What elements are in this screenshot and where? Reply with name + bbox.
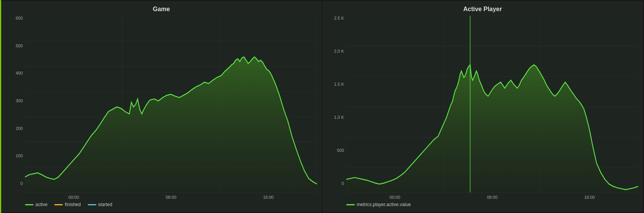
legend-line-metrics	[346, 204, 355, 205]
y-label-1000k: 1.0 K	[334, 115, 344, 120]
x-label-0000: 00:00	[69, 195, 79, 200]
active-player-chart-title: Active Player	[327, 6, 638, 13]
ap-x-label-0000: 00:00	[390, 195, 401, 200]
active-player-chart-panel: Active Player 2.5 K 2.0 K 1.5 K 1.0 K 50…	[323, 2, 642, 211]
y-label-100: 100	[16, 153, 23, 158]
game-chart-title: Game	[6, 6, 317, 13]
legend-line-finished	[54, 204, 63, 205]
left-accent-bar	[0, 0, 1, 213]
y-label-500: 500	[337, 148, 344, 153]
game-chart-panel: Game 600 500 400 300 200 100 0	[2, 2, 321, 211]
legend-line-started	[88, 204, 96, 205]
legend-line-active	[25, 204, 34, 205]
y-label-200: 200	[16, 126, 23, 131]
ap-x-label-0800: 08:00	[487, 195, 498, 200]
legend-label-active: active	[35, 202, 47, 207]
ap-x-label-1600: 16:00	[584, 195, 595, 200]
active-player-y-axis: 2.5 K 2.0 K 1.5 K 1.0 K 500 0	[327, 16, 346, 193]
legend-item-metrics: metrics.player.active.value	[346, 202, 411, 207]
game-y-axis: 600 500 400 300 200 100 0	[6, 16, 25, 193]
active-player-legend: metrics.player.active.value	[346, 202, 638, 208]
y-label-500: 500	[16, 43, 23, 48]
game-svg	[25, 16, 317, 193]
game-legend: active finished started	[25, 202, 317, 208]
y-label-1500k: 1.5 K	[334, 82, 344, 87]
legend-label-finished: finished	[65, 202, 80, 207]
legend-label-metrics: metrics.player.active.value	[357, 202, 411, 207]
y-label-600: 600	[16, 16, 23, 20]
legend-label-started: started	[98, 202, 112, 207]
y-label-0: 0	[20, 181, 23, 186]
x-label-1600: 16:00	[263, 195, 274, 200]
y-label-0-right: 0	[342, 181, 344, 186]
y-label-300: 300	[16, 98, 23, 103]
game-x-axis: 00:00 08:00 16:00	[25, 193, 317, 200]
dashboard: Game 600 500 400 300 200 100 0	[0, 0, 644, 213]
active-player-x-axis: 00:00 08:00 16:00	[346, 193, 638, 200]
active-player-chart-area: 2.5 K 2.0 K 1.5 K 1.0 K 500 0	[327, 16, 638, 193]
active-player-svg	[346, 16, 638, 193]
y-label-400: 400	[16, 71, 23, 75]
y-label-2500k: 2.5 K	[334, 16, 344, 20]
legend-item-finished: finished	[54, 202, 80, 207]
legend-item-active: active	[25, 202, 47, 207]
game-chart-area: 600 500 400 300 200 100 0	[6, 16, 317, 193]
active-player-chart-inner	[346, 16, 638, 193]
game-chart-inner	[25, 16, 317, 193]
y-label-2000k: 2.0 K	[334, 49, 344, 53]
legend-item-started: started	[88, 202, 112, 207]
x-label-0800: 08:00	[166, 195, 176, 200]
